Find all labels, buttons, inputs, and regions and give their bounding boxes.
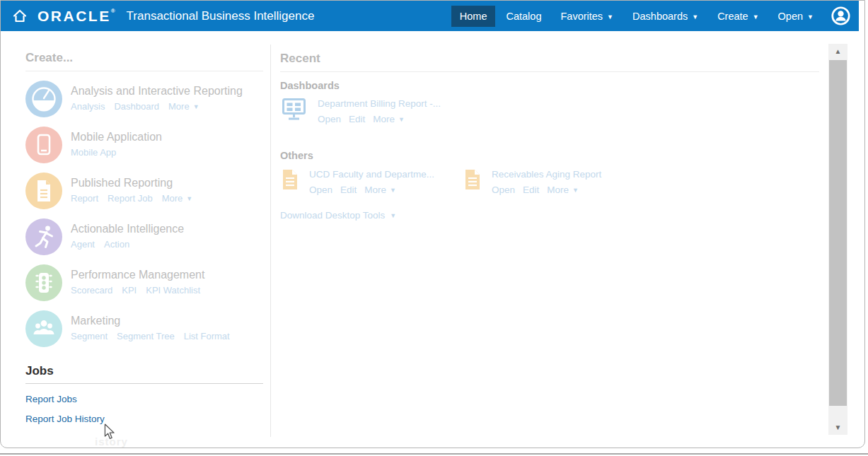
gauge-icon <box>25 81 62 117</box>
create-item-title: Marketing <box>71 314 230 327</box>
create-link-analysis[interactable]: Analysis <box>71 101 105 112</box>
create-link-action[interactable]: Action <box>104 239 129 250</box>
recent-item-title[interactable]: UCD Faculty and Departme... <box>309 169 434 180</box>
scrollbar-thumb[interactable] <box>829 60 847 406</box>
create-item-marketing: Marketing Segment Segment Tree List Form… <box>25 310 266 347</box>
create-link-list-format[interactable]: List Format <box>184 331 230 341</box>
chevron-down-icon: ▼ <box>807 12 814 21</box>
jobs-section-heading: Jobs <box>25 364 54 378</box>
chevron-down-icon: ▼ <box>186 194 192 202</box>
scroll-down-arrow-icon[interactable]: ▼ <box>828 420 847 435</box>
report-jobs-link[interactable]: Report Jobs <box>25 394 77 404</box>
chevron-down-icon: ▼ <box>572 186 579 194</box>
recent-section-heading: Recent <box>280 52 320 66</box>
edit-link[interactable]: Edit <box>523 185 539 195</box>
edit-link[interactable]: Edit <box>340 185 357 195</box>
divider <box>280 71 819 72</box>
recent-other-item: UCD Faculty and Departme... Open Edit Mo… <box>282 168 465 195</box>
chevron-down-icon: ▼ <box>390 211 396 219</box>
create-link-agent[interactable]: Agent <box>71 239 95 250</box>
create-link-kpi-watchlist[interactable]: KPI Watchlist <box>146 285 200 296</box>
recent-dashboard-item: Department Billing Report -... Open Edit… <box>282 97 465 124</box>
recent-other-item: Receivables Aging Report Open Edit More▼ <box>465 168 647 195</box>
oracle-logo: ORACLE® <box>37 8 115 25</box>
nav-item-home[interactable]: Home <box>451 6 496 27</box>
report-document-icon <box>465 168 480 195</box>
report-document-icon <box>282 168 298 195</box>
create-link-more[interactable]: More▼ <box>168 101 199 112</box>
chevron-down-icon: ▼ <box>390 186 396 194</box>
document-icon <box>25 173 62 209</box>
scroll-up-arrow-icon[interactable]: ▲ <box>828 44 847 59</box>
app-title: Transactional Business Intelligence <box>127 9 315 23</box>
create-link-scorecard[interactable]: Scorecard <box>71 285 112 296</box>
chevron-down-icon: ▼ <box>398 115 405 123</box>
open-link[interactable]: Open <box>309 185 332 195</box>
create-link-report-job[interactable]: Report Job <box>108 193 153 204</box>
create-item-title: Mobile Application <box>71 130 162 144</box>
panel-divider <box>270 45 271 437</box>
open-link[interactable]: Open <box>492 185 515 195</box>
mobile-phone-icon <box>25 127 62 163</box>
chevron-down-icon: ▼ <box>753 12 759 21</box>
recent-dashboards-heading: Dashboards <box>280 80 340 91</box>
vertical-scrollbar[interactable]: ▲ ▼ <box>828 44 847 435</box>
recent-item-title[interactable]: Receivables Aging Report <box>492 169 601 180</box>
chevron-down-icon: ▼ <box>193 103 199 110</box>
create-item-title: Actionable Intelligence <box>71 222 184 235</box>
create-item-title: Published Reporting <box>71 176 192 189</box>
nav-item-create[interactable]: Create▼ <box>709 6 767 27</box>
create-link-segment-tree[interactable]: Segment Tree <box>117 331 175 341</box>
create-link-report[interactable]: Report <box>71 193 98 204</box>
nav-item-favorites[interactable]: Favorites▼ <box>552 6 622 27</box>
divider <box>25 71 263 71</box>
create-item-actionable-intelligence: Actionable Intelligence Agent Action <box>25 218 266 255</box>
more-link[interactable]: More▼ <box>364 185 396 195</box>
create-link-segment[interactable]: Segment <box>71 331 108 341</box>
create-item-title: Analysis and Interactive Reporting <box>71 84 243 98</box>
chevron-down-icon: ▼ <box>692 12 698 21</box>
create-section-heading: Create... <box>25 51 73 65</box>
open-link[interactable]: Open <box>318 114 341 124</box>
app-window: ORACLE® Transactional Business Intellige… <box>0 0 865 448</box>
create-item-performance-management: Performance Management Scorecard KPI KPI… <box>25 264 266 301</box>
navbar-menu: Home Catalog Favorites▼ Dashboards▼ Crea… <box>451 6 859 27</box>
recent-others-heading: Others <box>280 150 313 161</box>
mouse-cursor <box>104 423 115 443</box>
edit-link[interactable]: Edit <box>349 114 365 124</box>
runner-icon <box>25 218 62 255</box>
nav-item-open[interactable]: Open▼ <box>770 6 822 27</box>
create-item-analysis: Analysis and Interactive Reporting Analy… <box>25 81 266 117</box>
download-desktop-tools-link[interactable]: Download Desktop Tools▼ <box>280 210 396 221</box>
divider <box>25 383 263 384</box>
registered-mark: ® <box>111 8 115 14</box>
create-item-mobile: Mobile Application Mobile App <box>25 127 266 163</box>
people-icon <box>25 310 62 347</box>
create-link-kpi[interactable]: KPI <box>122 285 137 296</box>
recent-item-title[interactable]: Department Billing Report -... <box>318 98 441 109</box>
create-item-published-reporting: Published Reporting Report Report Job Mo… <box>25 173 266 209</box>
more-link[interactable]: More▼ <box>373 114 405 124</box>
top-navbar: ORACLE® Transactional Business Intellige… <box>1 1 859 31</box>
dashboard-monitor-icon <box>282 97 306 124</box>
traffic-light-icon <box>25 264 62 301</box>
nav-item-catalog[interactable]: Catalog <box>497 6 550 27</box>
window-bottom-edge <box>0 453 868 455</box>
chevron-down-icon: ▼ <box>607 12 613 21</box>
report-job-history-link[interactable]: Report Job History <box>25 414 105 424</box>
home-icon[interactable] <box>13 9 27 23</box>
create-link-mobile-app[interactable]: Mobile App <box>71 147 116 158</box>
nav-item-dashboards[interactable]: Dashboards▼ <box>624 6 707 27</box>
create-link-dashboard[interactable]: Dashboard <box>114 101 159 112</box>
create-item-title: Performance Management <box>71 268 204 281</box>
more-link[interactable]: More▼ <box>547 185 579 195</box>
create-link-more[interactable]: More▼ <box>162 193 193 204</box>
user-avatar-icon[interactable] <box>831 6 850 25</box>
